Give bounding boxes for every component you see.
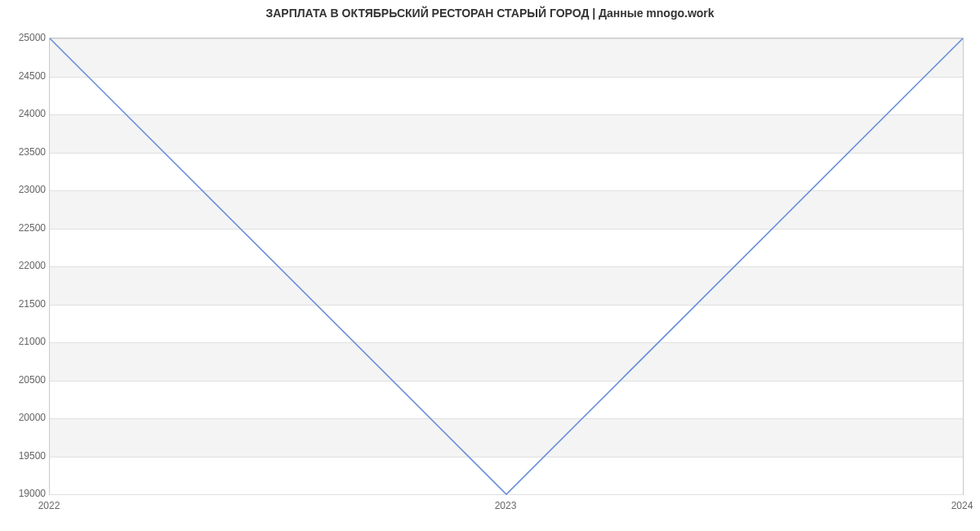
y-tick-label: 22500 xyxy=(5,222,46,234)
x-tick-label: 2024 xyxy=(951,500,973,511)
plot-area xyxy=(49,38,964,495)
y-tick-label: 23000 xyxy=(5,184,46,195)
y-tick-label: 20500 xyxy=(5,374,46,386)
y-tick-label: 21500 xyxy=(5,298,46,310)
y-tick-label: 21000 xyxy=(5,336,46,347)
y-tick-label: 20000 xyxy=(5,412,46,423)
y-tick-label: 24000 xyxy=(5,108,46,119)
y-tick-label: 22000 xyxy=(5,260,46,271)
y-tick-label: 19000 xyxy=(5,488,46,499)
chart-container: ЗАРПЛАТА В ОКТЯБРЬСКИЙ РЕСТОРАН СТАРЫЙ Г… xyxy=(0,0,980,531)
x-tick-label: 2023 xyxy=(495,500,517,511)
x-tick-label: 2022 xyxy=(38,500,60,511)
series-salary xyxy=(50,38,963,494)
y-tick-label: 25000 xyxy=(5,32,46,43)
y-tick-label: 23500 xyxy=(5,146,46,158)
y-tick-label: 19500 xyxy=(5,450,46,462)
chart-title: ЗАРПЛАТА В ОКТЯБРЬСКИЙ РЕСТОРАН СТАРЫЙ Г… xyxy=(0,7,980,20)
line-layer xyxy=(50,38,963,494)
y-tick-label: 24500 xyxy=(5,70,46,82)
